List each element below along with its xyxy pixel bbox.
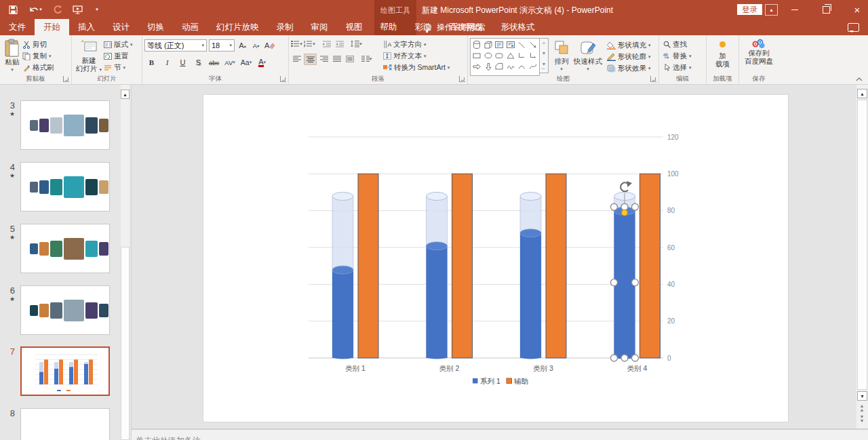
font-color-button[interactable]: A▾ [256, 57, 268, 68]
bullets-button[interactable]: ▾ [291, 39, 302, 49]
character-spacing-button[interactable]: AV▾ [224, 57, 235, 68]
underline-button[interactable]: U [177, 57, 189, 68]
tab-home[interactable]: 开始 [35, 19, 69, 35]
curve-shape-icon[interactable] [528, 62, 538, 71]
italic-button[interactable]: I [161, 57, 173, 68]
scribble-shape-icon[interactable] [506, 62, 515, 71]
save-icon[interactable] [7, 3, 19, 16]
change-case-button[interactable]: Aa▾ [240, 57, 252, 68]
tab-slideshow[interactable]: 幻灯片放映 [208, 19, 268, 35]
close-button[interactable]: × [842, 0, 868, 19]
font-size-select[interactable]: 18▾ [209, 39, 235, 52]
login-button[interactable]: 登录 [737, 4, 762, 15]
paste-button[interactable]: 粘贴▾ [2, 37, 22, 75]
justify-button[interactable] [331, 54, 342, 64]
arrange-button[interactable]: 排列▾ [551, 38, 572, 75]
font-dialog-launcher[interactable] [280, 76, 286, 82]
tab-file[interactable]: 文件 [0, 19, 35, 35]
rectangle-shape-icon[interactable] [472, 51, 481, 60]
elbow-arrow-connector-shape-icon[interactable] [528, 51, 538, 60]
series1-bar-1[interactable] [332, 270, 353, 358]
shape-effects-button[interactable]: 形状效果▾ [607, 62, 651, 74]
cut-button[interactable]: 剪切 [22, 39, 54, 50]
clipboard-dialog-launcher[interactable] [63, 76, 69, 82]
selection-handle-3[interactable] [611, 279, 618, 286]
restore-button[interactable] [811, 0, 841, 19]
comments-icon[interactable] [848, 23, 859, 32]
align-text-button[interactable]: 对齐文本▾ [383, 50, 450, 62]
aux-bar-3[interactable] [546, 174, 566, 358]
series1-bar-3[interactable] [520, 233, 541, 358]
convert-to-smartart-button[interactable]: 转换为 SmartArt▾ [383, 62, 450, 73]
slide-thumbnail-4[interactable] [20, 162, 110, 212]
tell-me-search[interactable]: 操作说明搜索 [424, 19, 486, 35]
thumbnail-scrollbar-up-icon[interactable]: ▲ [121, 89, 130, 99]
bold-button[interactable]: B [146, 57, 157, 68]
main-scrollbar-up-icon[interactable]: ▲ [857, 89, 867, 98]
shapes-more-icon[interactable]: ▼─ [542, 62, 547, 71]
tab-help[interactable]: 帮助 [372, 19, 406, 35]
aux-bar-2[interactable] [452, 174, 473, 358]
clear-formatting-button[interactable]: A [264, 40, 275, 51]
align-center-button[interactable] [304, 54, 317, 65]
find-button[interactable]: 查找 [663, 39, 704, 50]
new-slide-button[interactable]: 新建 幻灯片 ▾ [74, 37, 104, 75]
columns-button[interactable]: ▾ [361, 54, 372, 64]
selection-handle-6[interactable] [621, 355, 628, 361]
selection-handle-2[interactable] [632, 203, 639, 210]
shape-fill-button[interactable]: 形状填充▾ [607, 39, 651, 51]
customize-quick-access-toolbar-icon[interactable]: ▾ [91, 3, 103, 16]
align-left-button[interactable] [291, 54, 302, 64]
tab-record[interactable]: 录制 [268, 19, 302, 35]
numbering-button[interactable]: ▾ [304, 39, 315, 49]
selection-handle-5[interactable] [611, 355, 618, 361]
slide-thumbnail-6[interactable] [20, 285, 110, 335]
tab-insert[interactable]: 插入 [69, 19, 104, 35]
select-button[interactable]: 选择▾ [663, 62, 704, 73]
reset-button[interactable]: 重置 [104, 50, 133, 62]
notes-pane[interactable]: 单击此处添加备注 [132, 430, 868, 440]
text-shadow-button[interactable]: S [193, 57, 204, 68]
oval-shape-icon[interactable] [484, 51, 493, 60]
start-slideshow-icon[interactable] [71, 3, 83, 16]
thumbnail-scrollbar-thumb[interactable] [121, 247, 130, 440]
save-to-baidu-netdisk-button[interactable]: 保存到 百度网盘 [741, 37, 776, 66]
copy-button[interactable]: 复制▾ [22, 50, 54, 62]
cube-shape-icon[interactable] [484, 40, 493, 49]
down-arrow-shape-icon[interactable] [484, 62, 493, 71]
slide-thumbnail-7[interactable] [20, 346, 110, 396]
slide-thumbnail-8[interactable] [20, 408, 110, 440]
line-arrow-shape-icon[interactable] [528, 40, 538, 49]
distribute-text-button[interactable] [344, 54, 355, 64]
text-box-shape-icon[interactable] [494, 40, 504, 49]
text-direction-button[interactable]: A 文字方向▾ [383, 39, 450, 50]
format-painter-button[interactable]: 格式刷 [22, 62, 54, 73]
selection-handle-4[interactable] [632, 279, 639, 286]
shapes-gallery-scrollbar[interactable]: ▲ ▼ ▼─ [540, 38, 549, 73]
aux-bar-1[interactable] [358, 174, 378, 358]
selection-handle-7[interactable] [632, 355, 639, 361]
shapes-scroll-up-icon[interactable]: ▲ [542, 40, 547, 45]
shapes-scroll-down-icon[interactable]: ▼ [542, 51, 547, 56]
collapse-ribbon-icon[interactable] [856, 77, 863, 81]
quick-styles-button[interactable]: 快速样式▾ [572, 38, 604, 75]
tab-review[interactable]: 审阅 [302, 19, 337, 35]
slide-thumbnail-3[interactable] [20, 100, 110, 150]
chart[interactable]: 020406080100120类别 1类别 2类别 3类别 4系列 1辅助 [203, 96, 788, 422]
picture-placeholder-shape-icon[interactable] [506, 40, 515, 49]
replace-button[interactable]: ab 替换▾ [663, 50, 704, 62]
tab-view[interactable]: 视图 [337, 19, 372, 35]
previous-slide-button[interactable]: ▲▲ [856, 404, 867, 412]
selection-handle-0[interactable] [611, 203, 618, 210]
tab-animations[interactable]: 动画 [173, 19, 208, 35]
arc-shape-icon[interactable] [517, 62, 526, 71]
ribbon-display-options-icon[interactable]: ▴ [765, 4, 778, 16]
paragraph-dialog-launcher[interactable] [459, 76, 465, 82]
decrease-indent-button[interactable] [321, 39, 332, 49]
tab-shape-format[interactable]: 形状格式 [492, 19, 544, 35]
align-right-button[interactable] [318, 54, 330, 64]
adjust-handle[interactable] [622, 209, 628, 216]
increase-font-size-button[interactable]: A▴ [237, 40, 248, 51]
right-arrow-shape-icon[interactable] [472, 62, 481, 71]
tab-design[interactable]: 设计 [104, 19, 138, 35]
